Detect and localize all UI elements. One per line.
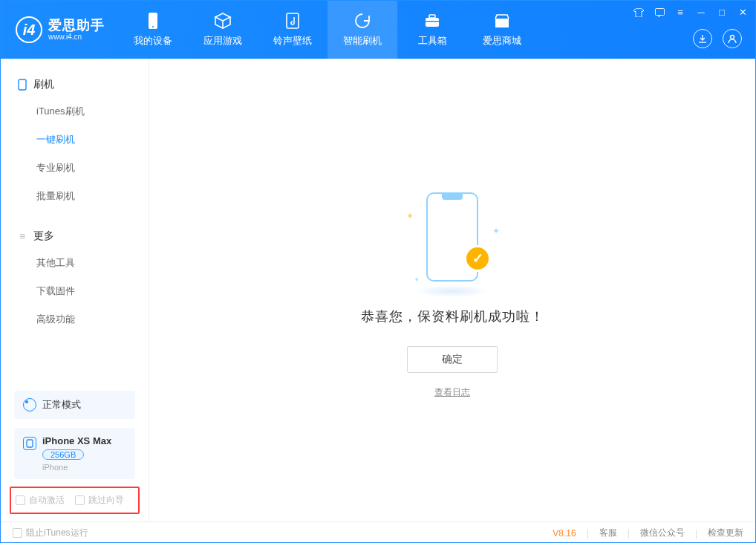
view-log-link[interactable]: 查看日志	[434, 386, 470, 399]
device-small-icon	[17, 79, 27, 90]
flash-options-row: 自动激活 跳过向导	[10, 487, 140, 514]
svg-rect-4	[429, 15, 435, 18]
checkbox-icon	[13, 528, 22, 538]
support-link[interactable]: 客服	[599, 527, 617, 539]
svg-rect-5	[426, 21, 439, 22]
device-mode-card[interactable]: 正常模式	[14, 391, 135, 419]
sidebar-item-itunes-flash[interactable]: iTunes刷机	[1, 97, 149, 126]
success-illustration: ✓ ✦ ✦ •	[400, 181, 504, 293]
main-content: ✓ ✦ ✦ • 恭喜您，保资料刷机成功啦！ 确定 查看日志	[149, 59, 755, 521]
tab-label: 工具箱	[418, 34, 447, 48]
store-icon	[493, 12, 511, 30]
cube-icon	[214, 12, 232, 30]
checkbox-icon	[16, 495, 25, 505]
checkbox-auto-activate[interactable]: 自动激活	[16, 494, 65, 507]
svg-rect-6	[655, 8, 664, 15]
sparkle-icon: ✦	[406, 211, 414, 221]
close-button[interactable]: ✕	[737, 7, 748, 18]
success-check-icon: ✓	[464, 245, 491, 272]
title-bar: i4 爱思助手 www.i4.cn 我的设备 应用游戏 铃声壁纸 智能刷机 工具…	[1, 1, 755, 59]
device-info-card[interactable]: iPhone XS Max 256GB iPhone	[14, 428, 135, 479]
logo-icon: i4	[16, 16, 42, 43]
normal-mode-icon	[23, 398, 36, 412]
sidebar-item-onekey-flash[interactable]: 一键刷机	[1, 126, 149, 154]
toolbox-icon	[423, 12, 441, 30]
refresh-shield-icon	[353, 12, 371, 30]
checkbox-skip-guide[interactable]: 跳过向导	[75, 494, 124, 507]
tab-apps-games[interactable]: 应用游戏	[188, 1, 258, 59]
option-label: 跳过向导	[88, 494, 124, 507]
minimize-button[interactable]: ─	[696, 7, 706, 18]
music-note-icon	[284, 12, 302, 30]
device-capacity-badge: 256GB	[42, 449, 84, 460]
version-label: V8.16	[553, 528, 576, 539]
tab-label: 爱思商城	[483, 34, 521, 48]
sidebar-item-batch-flash[interactable]: 批量刷机	[1, 182, 149, 210]
tab-smart-flash[interactable]: 智能刷机	[328, 1, 397, 59]
header-actions	[693, 29, 742, 48]
tab-ringtone-wallpaper[interactable]: 铃声壁纸	[258, 1, 328, 59]
svg-rect-3	[426, 18, 439, 27]
sparkle-icon: ✦	[492, 226, 500, 236]
wechat-link[interactable]: 微信公众号	[640, 527, 685, 539]
menu-icon[interactable]: ≡	[675, 7, 685, 18]
device-icon	[23, 437, 36, 450]
success-message: 恭喜您，保资料刷机成功啦！	[361, 308, 544, 325]
confirm-button[interactable]: 确定	[407, 346, 498, 373]
tab-label: 应用游戏	[203, 34, 242, 48]
sidebar-group-more: ≡ 更多	[1, 224, 149, 249]
main-tabs: 我的设备 应用游戏 铃声壁纸 智能刷机 工具箱 爱思商城	[118, 1, 537, 59]
svg-point-7	[731, 36, 734, 39]
maximize-button[interactable]: □	[717, 7, 727, 18]
phone-icon	[144, 12, 162, 30]
sidebar-item-download-firmware[interactable]: 下载固件	[1, 277, 149, 305]
sidebar-item-other-tools[interactable]: 其他工具	[1, 249, 149, 277]
download-icon[interactable]	[693, 29, 712, 48]
tab-label: 铃声壁纸	[273, 34, 312, 48]
app-subtitle: www.i4.cn	[48, 33, 105, 41]
feedback-icon[interactable]	[654, 7, 665, 18]
status-bar: 阻止iTunes运行 V8.16 | 客服 | 微信公众号 | 检查更新	[1, 521, 755, 543]
app-title: 爱思助手	[48, 19, 105, 33]
app-logo: i4 爱思助手 www.i4.cn	[1, 16, 118, 43]
window-controls: ≡ ─ □ ✕	[633, 7, 748, 18]
group-title: 更多	[33, 230, 54, 243]
option-label: 阻止iTunes运行	[26, 527, 88, 539]
svg-rect-9	[27, 440, 33, 447]
group-title: 刷机	[33, 78, 54, 91]
tab-store[interactable]: 爱思商城	[467, 1, 537, 59]
tab-label: 我的设备	[134, 34, 172, 48]
svg-rect-2	[287, 13, 299, 28]
sidebar-group-flash: 刷机	[1, 72, 149, 97]
sidebar-item-pro-flash[interactable]: 专业刷机	[1, 154, 149, 182]
tshirt-icon[interactable]	[633, 7, 644, 18]
tab-label: 智能刷机	[343, 34, 382, 48]
mode-label: 正常模式	[42, 398, 81, 412]
list-icon: ≡	[17, 231, 27, 241]
user-icon[interactable]	[723, 29, 742, 48]
svg-rect-8	[19, 79, 26, 90]
svg-point-1	[152, 26, 154, 27]
check-update-link[interactable]: 检查更新	[708, 527, 743, 539]
checkbox-icon	[75, 495, 85, 505]
sidebar-item-advanced[interactable]: 高级功能	[1, 305, 149, 334]
device-name: iPhone XS Max	[42, 435, 111, 446]
sparkle-icon: •	[415, 275, 418, 285]
tab-toolbox[interactable]: 工具箱	[397, 1, 467, 59]
option-label: 自动激活	[29, 494, 65, 507]
checkbox-block-itunes[interactable]: 阻止iTunes运行	[13, 527, 88, 539]
sidebar: 刷机 iTunes刷机 一键刷机 专业刷机 批量刷机 ≡ 更多 其他工具 下载固…	[1, 59, 149, 521]
device-type: iPhone	[42, 463, 111, 472]
tab-my-device[interactable]: 我的设备	[118, 1, 188, 59]
